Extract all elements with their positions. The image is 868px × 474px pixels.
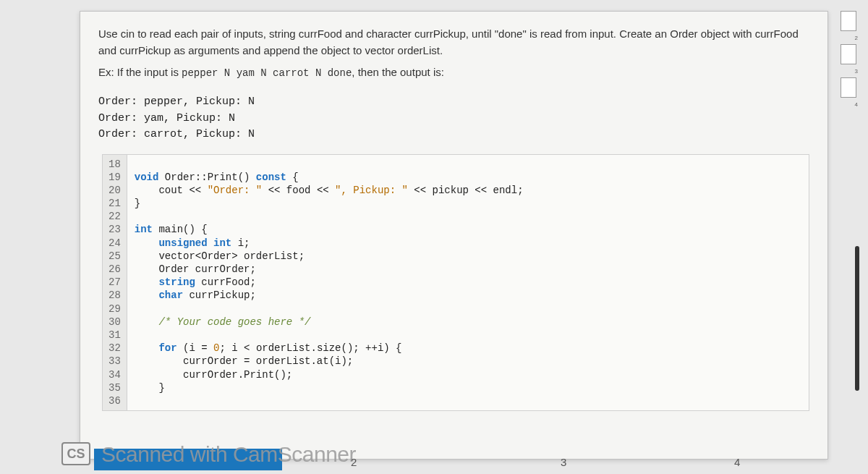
page-number: 4 <box>734 456 740 468</box>
problem-text: Use cin to read each pair of inputs, str… <box>98 26 809 59</box>
page-thumbnail[interactable] <box>841 11 856 31</box>
expected-output: Order: pepper, Pickup: N Order: yam, Pic… <box>80 94 827 151</box>
line-numbers: 18192021222324252627282930313233343536 <box>103 155 127 411</box>
page-thumbnail[interactable] <box>841 77 856 98</box>
thumbnail-strip <box>841 11 862 111</box>
output-line: Order: yam, Pickup: N <box>98 111 809 127</box>
page-number: 3 <box>561 456 566 468</box>
camscanner-badge: CS <box>61 442 90 465</box>
code-editor: 18192021222324252627282930313233343536 v… <box>102 154 809 412</box>
watermark-text: Scanned with CamScanner <box>101 442 356 467</box>
scrollbar-thumb[interactable] <box>855 246 859 391</box>
example-input: pepper N yam N carrot N done <box>182 67 352 79</box>
page-thumbnail[interactable] <box>841 44 856 64</box>
document-page: Use cin to read each pair of inputs, str… <box>80 11 828 460</box>
problem-statement: Use cin to read each pair of inputs, str… <box>80 12 827 94</box>
page-number: 2 <box>351 456 357 468</box>
output-line: Order: carrot, Pickup: N <box>98 127 809 143</box>
example-line: Ex: If the input is pepper N yam N carro… <box>98 64 809 81</box>
output-line: Order: pepper, Pickup: N <box>98 94 809 111</box>
code-content: void Order::Print() const { cout << "Ord… <box>127 155 809 411</box>
